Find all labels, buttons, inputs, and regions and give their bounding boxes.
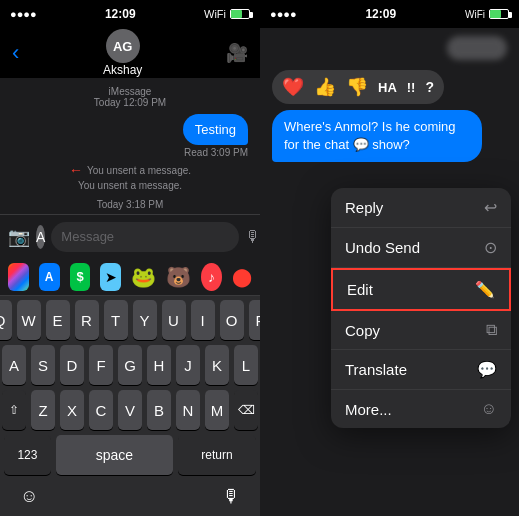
dictation-icon[interactable]: 🎙 — [222, 486, 240, 507]
copy-icon: ⧉ — [486, 321, 497, 339]
context-menu-translate[interactable]: Translate 💬 — [331, 350, 511, 390]
copy-label: Copy — [345, 322, 380, 339]
back-button[interactable]: ‹ — [12, 40, 19, 66]
keyboard-row-2: A S D F G H J K L — [4, 345, 256, 385]
key-g[interactable]: G — [118, 345, 142, 385]
reaction-bar[interactable]: ❤️ 👍 👎 HA !! ? — [272, 70, 444, 104]
signal-icon: ●●●● — [10, 8, 37, 20]
time-display-right: 12:09 — [365, 7, 396, 21]
avatar: AG — [106, 29, 140, 63]
translate-label: Translate — [345, 361, 407, 378]
key-v[interactable]: V — [118, 390, 142, 430]
reaction-exclaim[interactable]: !! — [407, 80, 416, 95]
signal-icon-right: ●●●● — [270, 8, 297, 20]
return-key[interactable]: return — [178, 435, 256, 475]
emoji-bear-icon[interactable]: 🐻 — [166, 263, 191, 291]
emoji-frog-icon[interactable]: 🐸 — [131, 263, 156, 291]
reaction-ha[interactable]: HA — [378, 80, 397, 95]
undo-arrow-icon: ← — [69, 162, 83, 178]
context-menu-edit[interactable]: Edit ✏️ — [331, 268, 511, 311]
key-q[interactable]: Q — [0, 300, 12, 340]
shift-key[interactable]: ⇧ — [2, 390, 26, 430]
key-z[interactable]: Z — [31, 390, 55, 430]
nav-bar-left: ‹ AG Akshay 🎥 — [0, 28, 260, 78]
message-input-bar: 📷 A 🎙 — [0, 214, 260, 258]
keyboard-row-4: 123 space return — [4, 435, 256, 475]
blurred-sent-bubble — [447, 36, 507, 60]
reaction-thumbsdown[interactable]: 👎 — [346, 76, 368, 98]
reaction-question[interactable]: ? — [425, 79, 434, 95]
right-panel: ●●●● 12:09 WiFi ❤️ 👍 👎 HA !! ? Where's A… — [260, 0, 519, 516]
key-k[interactable]: K — [205, 345, 229, 385]
key-c[interactable]: C — [89, 390, 113, 430]
messages-area-left: iMessage Today 12:09 PM Testing Read 3:0… — [0, 78, 260, 214]
reaction-heart[interactable]: ❤️ — [282, 76, 304, 98]
apps-icon[interactable]: A — [36, 225, 45, 249]
space-key[interactable]: space — [56, 435, 173, 475]
key-j[interactable]: J — [176, 345, 200, 385]
battery-icon — [230, 9, 250, 19]
context-menu-undo-send[interactable]: Undo Send ⊙ — [331, 228, 511, 268]
edit-icon: ✏️ — [475, 280, 495, 299]
system-msg-2: You unsent a message. — [78, 180, 182, 191]
time-display-left: 12:09 — [105, 7, 136, 21]
messages-area-right: ❤️ 👍 👎 HA !! ? Where's Anmol? Is he comi… — [260, 28, 519, 516]
appstore-icon[interactable]: A — [39, 263, 60, 291]
mic-icon[interactable]: 🎙 — [245, 228, 260, 246]
key-l[interactable]: L — [234, 345, 258, 385]
key-b[interactable]: B — [147, 390, 171, 430]
key-s[interactable]: S — [31, 345, 55, 385]
key-f[interactable]: F — [89, 345, 113, 385]
key-n[interactable]: N — [176, 390, 200, 430]
context-menu-more[interactable]: More... ☺ — [331, 390, 511, 428]
music-icon[interactable]: ♪ — [201, 263, 222, 291]
undo-send-label: Undo Send — [345, 239, 420, 256]
wifi-icon-right: WiFi — [465, 9, 485, 20]
nav-center[interactable]: AG Akshay — [103, 29, 142, 77]
key-i[interactable]: I — [191, 300, 215, 340]
key-a[interactable]: A — [2, 345, 26, 385]
key-h[interactable]: H — [147, 345, 171, 385]
key-p[interactable]: P — [249, 300, 261, 340]
keyboard: Q W E R T Y U I O P A S D F G H J K L ⇧ … — [0, 296, 260, 516]
key-u[interactable]: U — [162, 300, 186, 340]
key-m[interactable]: M — [205, 390, 229, 430]
message-input[interactable] — [51, 222, 239, 252]
keyboard-bottom-bar: ☺ 🎙 — [4, 480, 256, 512]
received-bubble-main-right: Where's Anmol? Is he coming for the chat… — [272, 110, 482, 162]
context-menu-copy[interactable]: Copy ⧉ — [331, 311, 511, 350]
apps-row: A $ ➤ 🐸 🐻 ♪ ⬤ — [0, 258, 260, 296]
emoji-keyboard-icon[interactable]: ☺ — [20, 486, 38, 507]
send-app-icon[interactable]: ➤ — [100, 263, 121, 291]
sent-bubble-testing: Testing — [183, 114, 248, 145]
cash-app-icon[interactable]: $ — [70, 263, 91, 291]
edit-label: Edit — [347, 281, 373, 298]
key-o[interactable]: O — [220, 300, 244, 340]
delete-key[interactable]: ⌫ — [234, 390, 258, 430]
context-menu-reply[interactable]: Reply ↩ — [331, 188, 511, 228]
numbers-key[interactable]: 123 — [4, 435, 51, 475]
scroll-indicator-icon[interactable]: ⬤ — [232, 266, 252, 288]
keyboard-row-3: ⇧ Z X C V B N M ⌫ — [4, 390, 256, 430]
key-y[interactable]: Y — [133, 300, 157, 340]
reaction-thumbsup[interactable]: 👍 — [314, 76, 336, 98]
reply-icon: ↩ — [484, 198, 497, 217]
more-label: More... — [345, 401, 392, 418]
status-bar-right: ●●●● 12:09 WiFi — [260, 0, 519, 28]
key-x[interactable]: X — [60, 390, 84, 430]
contact-name: Akshay — [103, 63, 142, 77]
photos-app-icon[interactable] — [8, 263, 29, 291]
status-bar-left: ●●●● 12:09 WiFi — [0, 0, 260, 28]
key-t[interactable]: T — [104, 300, 128, 340]
key-r[interactable]: R — [75, 300, 99, 340]
video-call-icon[interactable]: 🎥 — [226, 42, 248, 64]
key-e[interactable]: E — [46, 300, 70, 340]
translate-icon: 💬 — [477, 360, 497, 379]
key-w[interactable]: W — [17, 300, 41, 340]
status-right-icons: WiFi — [204, 8, 250, 20]
key-d[interactable]: D — [60, 345, 84, 385]
camera-icon[interactable]: 📷 — [8, 226, 30, 248]
undo-send-icon: ⊙ — [484, 238, 497, 257]
more-icon: ☺ — [481, 400, 497, 418]
system-msg-1: ← You unsent a message. — [69, 162, 191, 178]
